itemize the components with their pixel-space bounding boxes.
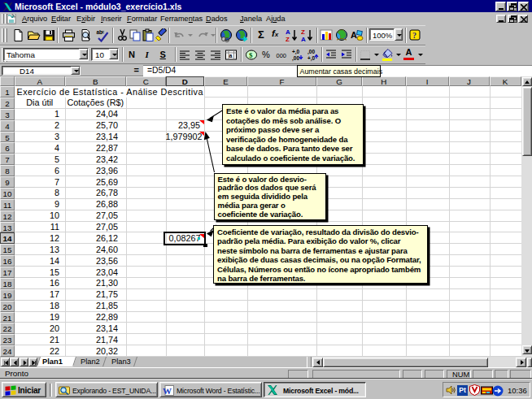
svg-text:a: a xyxy=(229,53,233,59)
svg-text:W: W xyxy=(163,386,172,396)
svg-text:+,0: +,0 xyxy=(292,49,300,55)
svg-text:c: c xyxy=(102,29,104,34)
svg-text:,00: ,00 xyxy=(292,55,299,62)
svg-text:$: $ xyxy=(249,51,253,59)
svg-text:Z: Z xyxy=(286,36,290,42)
svg-text:Z: Z xyxy=(301,28,305,36)
svg-text:+,0: +,0 xyxy=(307,55,316,62)
svg-text:?: ? xyxy=(412,31,416,40)
svg-text:,00: ,00 xyxy=(307,49,315,55)
svg-text:A: A xyxy=(286,28,290,36)
svg-text:A: A xyxy=(351,30,357,40)
svg-text:A: A xyxy=(301,36,306,42)
